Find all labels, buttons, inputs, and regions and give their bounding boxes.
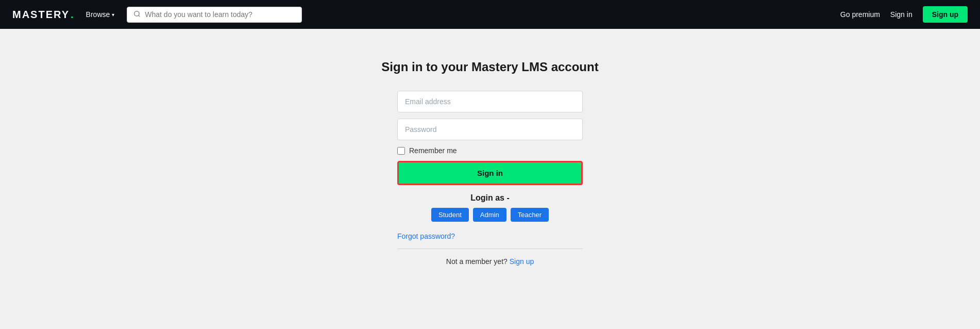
divider [397, 249, 583, 249]
login-as-title: Login as - [470, 193, 510, 203]
page-title: Sign in to your Mastery LMS account [381, 60, 598, 74]
main-content: Sign in to your Mastery LMS account Reme… [0, 29, 980, 266]
role-buttons: Student Admin Teacher [431, 208, 549, 222]
signup-link[interactable]: Sign up [510, 257, 534, 266]
remember-me-checkbox[interactable] [397, 147, 405, 155]
not-member-row: Not a member yet? Sign up [397, 257, 583, 266]
search-container [127, 7, 302, 23]
logo-text: MASTERY [12, 9, 70, 21]
forgot-password-link[interactable]: Forgot password? [397, 232, 455, 240]
remember-me-label[interactable]: Remember me [409, 146, 457, 155]
remember-me-row: Remember me [397, 146, 583, 155]
go-premium-button[interactable]: Go premium [840, 10, 880, 19]
search-icon [133, 10, 141, 19]
search-input[interactable] [145, 10, 295, 19]
navbar: MASTERY . Browse ▾ Go premium Sign in Si… [0, 0, 980, 29]
password-field[interactable] [397, 119, 583, 140]
sign-in-button[interactable]: Sign in [397, 161, 583, 185]
sign-in-form: Remember me Sign in Login as - Student A… [397, 91, 583, 266]
role-teacher-button[interactable]: Teacher [511, 208, 549, 222]
logo-dot: . [71, 9, 74, 21]
navbar-right: Go premium Sign in Sign up [840, 6, 968, 23]
role-student-button[interactable]: Student [431, 208, 469, 222]
chevron-down-icon: ▾ [112, 12, 114, 18]
sign-in-nav-button[interactable]: Sign in [890, 10, 913, 19]
email-field[interactable] [397, 91, 583, 112]
login-as-section: Login as - Student Admin Teacher [397, 193, 583, 222]
sign-up-nav-button[interactable]: Sign up [923, 6, 968, 23]
svg-point-0 [134, 11, 139, 15]
browse-button[interactable]: Browse ▾ [82, 7, 119, 22]
svg-line-1 [139, 15, 140, 17]
logo: MASTERY . [12, 9, 74, 21]
not-member-text: Not a member yet? [446, 257, 508, 266]
role-admin-button[interactable]: Admin [473, 208, 506, 222]
